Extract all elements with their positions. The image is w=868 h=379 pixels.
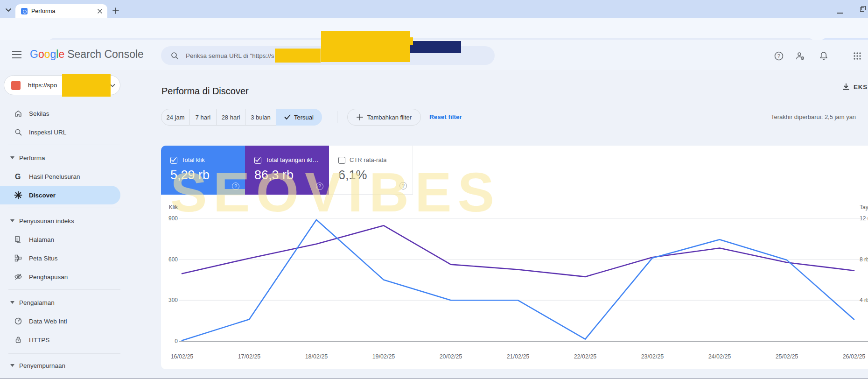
header-redaction-yellow <box>329 37 413 45</box>
property-favicon <box>11 81 21 90</box>
window-restore-button[interactable] <box>860 6 867 13</box>
left-axis-tick: 0 <box>175 338 178 344</box>
pages-icon <box>14 235 22 244</box>
right-axis-tick: 4 rb <box>860 297 868 303</box>
property-redaction-yellow <box>62 74 111 97</box>
url-redaction-yellow <box>321 31 410 62</box>
help-icon[interactable]: ? <box>774 51 784 61</box>
left-axis-tick: 600 <box>168 256 178 263</box>
google-g-icon: G <box>14 172 22 181</box>
x-axis-date: 22/02/25 <box>574 353 597 360</box>
sidebar-item-https[interactable]: HTTPS <box>0 330 120 349</box>
card-value: 86,3 rb <box>254 168 294 182</box>
checkbox-checked-icon[interactable] <box>254 157 261 164</box>
svg-text:G: G <box>15 173 21 181</box>
left-axis-tick: 300 <box>168 297 178 303</box>
user-settings-icon[interactable] <box>795 51 805 61</box>
card-label: Total tayangan ikl… <box>266 156 318 163</box>
sidebar-item-peta-situs[interactable]: Peta Situs <box>0 249 120 267</box>
left-axis-tick: 900 <box>168 215 178 222</box>
sidebar-item-inspeksi-url[interactable]: Inspeksi URL <box>0 123 120 141</box>
x-axis-date: 18/02/25 <box>305 353 328 360</box>
help-icon[interactable]: ? <box>232 182 239 190</box>
sidebar-section-pengalaman[interactable]: Pengalaman <box>0 293 120 312</box>
browser-tab-bar: Performa <box>0 0 868 18</box>
metric-card-ctr[interactable]: CTR rata-rata 6,1% ? <box>329 146 413 195</box>
sidebar-divider <box>8 208 120 208</box>
export-button[interactable]: EKS <box>842 81 868 92</box>
search-icon <box>170 51 179 60</box>
chip-tersuai-selected[interactable]: Tersuai <box>276 109 322 126</box>
left-axis-title: Klik <box>169 204 178 211</box>
sidebar-item-halaman[interactable]: Halaman <box>0 230 120 249</box>
tab-favicon-icon <box>21 8 28 14</box>
metric-card-total-klik[interactable]: Total klik 5,29 rb ? <box>161 146 245 195</box>
reset-filter-link[interactable]: Reset filter <box>429 113 462 120</box>
chevron-down-icon <box>10 219 14 222</box>
help-icon[interactable]: ? <box>399 182 407 190</box>
card-label: Total klik <box>182 156 205 163</box>
tab-search-chevron-icon[interactable] <box>4 6 13 14</box>
sidebar-divider <box>8 353 120 354</box>
x-axis-date: 23/02/25 <box>641 353 664 360</box>
sidebar-divider <box>8 289 120 290</box>
card-value: 5,29 rb <box>170 168 210 182</box>
chip-7-hari[interactable]: 7 hari <box>190 109 217 126</box>
card-value: 6,1% <box>338 168 367 182</box>
checkbox-checked-icon[interactable] <box>170 157 177 164</box>
menu-hamburger-icon[interactable] <box>12 51 22 59</box>
chevron-down-icon <box>10 301 14 304</box>
lock-icon <box>14 336 22 344</box>
performance-panel: Total klik 5,29 rb ? Total tayangan ikl…… <box>161 146 868 369</box>
tab-title: Performa <box>31 8 96 14</box>
chevron-down-icon <box>10 156 14 159</box>
x-axis-date: 21/02/25 <box>507 353 530 360</box>
metric-card-total-tayangan[interactable]: Total tayangan ikl… 86,3 rb ? <box>245 146 329 195</box>
right-axis-tick: 12 rb <box>860 215 868 222</box>
google-wordmark: Google <box>30 48 64 60</box>
sidebar-item-penghapusan[interactable]: Penghapusan <box>0 267 120 286</box>
apps-grid-icon[interactable] <box>852 51 862 61</box>
gsc-logo[interactable]: GoogleSearch Console <box>30 48 144 61</box>
window-minimize-button[interactable] <box>837 8 844 14</box>
date-range-chips: 24 jam 7 hari 28 hari 3 bulan Tersuai <box>161 109 322 126</box>
sidebar-section-performa[interactable]: Performa <box>0 148 120 167</box>
discover-asterisk-icon <box>14 191 22 199</box>
x-axis-date: 19/02/25 <box>372 353 395 360</box>
x-axis-date: 16/02/25 <box>171 353 194 360</box>
chip-24-jam[interactable]: 24 jam <box>161 109 190 126</box>
home-icon <box>14 109 22 118</box>
search-placeholder-redaction <box>275 49 321 63</box>
chip-3-bulan[interactable]: 3 bulan <box>245 109 276 126</box>
help-icon[interactable]: ? <box>316 182 323 190</box>
new-tab-button[interactable] <box>112 7 119 14</box>
chips-separator <box>337 111 337 123</box>
sidebar-item-discover[interactable]: Discover <box>0 186 120 204</box>
add-filter-button[interactable]: Tambahkan filter <box>347 109 421 126</box>
browser-tab[interactable]: Performa <box>15 4 107 18</box>
sidebar-section-penyusunan-indeks[interactable]: Penyusunan indeks <box>0 211 120 230</box>
sidebar-item-data-web-inti[interactable]: Data Web Inti <box>0 312 120 330</box>
x-axis-date: 24/02/25 <box>708 353 731 360</box>
sidebar-item-sekilas[interactable]: Sekilas <box>0 104 120 123</box>
chevron-down-icon <box>10 364 14 367</box>
notifications-bell-icon[interactable] <box>819 51 829 61</box>
right-axis-title: Tayangan <box>860 204 868 211</box>
sidebar-section-penyempurnaan[interactable]: Penyempurnaan <box>0 356 120 375</box>
last-updated-text: Terakhir diperbarui: 2,5 jam yan <box>771 113 868 120</box>
chip-28-hari[interactable]: 28 hari <box>217 109 245 126</box>
sidebar-divider <box>8 145 120 145</box>
browser-toolbar: search.google.com/search-console/perform… <box>0 18 868 40</box>
page-title: Performa di Discover <box>161 86 249 97</box>
x-axis-date: 17/02/25 <box>238 353 261 360</box>
x-axis-date: 25/02/25 <box>776 353 798 360</box>
check-icon <box>284 114 291 120</box>
sidebar-item-hasil-penelusuran[interactable]: G Hasil Penelusuran <box>0 167 120 186</box>
download-icon <box>842 83 850 91</box>
gsc-product-name: Search Console <box>67 48 144 60</box>
checkbox-unchecked-icon[interactable] <box>338 157 345 164</box>
eye-off-icon <box>14 273 22 281</box>
tab-close-icon[interactable] <box>96 7 104 15</box>
plus-icon <box>357 114 363 120</box>
search-placeholder: Periksa semua URL di "https://sk.org/" <box>186 49 339 63</box>
